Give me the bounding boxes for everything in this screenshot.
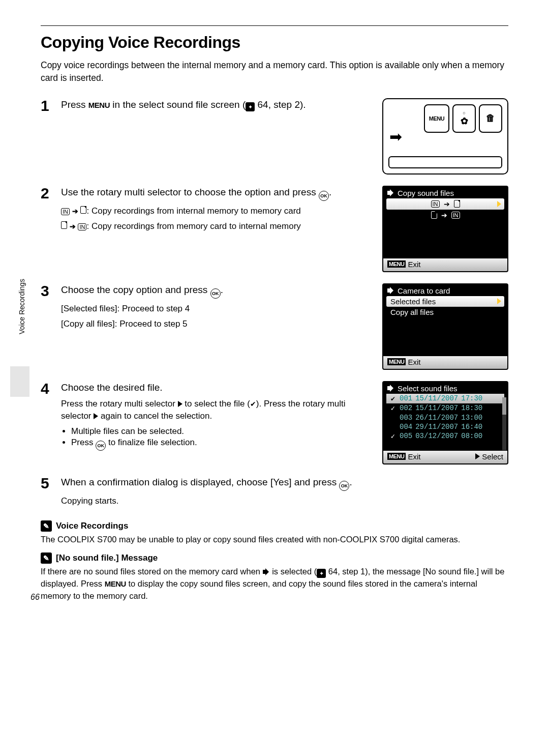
section-side-label: Voice Recordings (18, 279, 26, 334)
step-3-text: Choose the copy option and press OK. (61, 283, 376, 299)
speaker-icon (387, 287, 394, 294)
step-2-text: Use the rotary multi selector to choose … (61, 186, 376, 201)
step-2-sub: IN ➔ : Copy recordings from internal mem… (61, 205, 376, 232)
step-number-1: 1 (41, 98, 61, 113)
speaker-icon (387, 189, 394, 196)
step-4-bullets: Multiple files can be selected. Press OK… (61, 426, 376, 451)
menu-button-label: MENU (88, 101, 110, 109)
page-number: 66 (30, 593, 40, 602)
step-number-5: 5 (41, 476, 61, 491)
step-number-2: 2 (41, 186, 61, 201)
camera-macro-button: ○ (452, 104, 476, 133)
file-row: 00429/11/200716:40 (386, 422, 504, 431)
page-ref-icon: ✦ (317, 569, 326, 578)
arrow-icon: ➡ (389, 128, 402, 146)
speaker-icon (387, 385, 394, 392)
note-icon: ✎ (41, 520, 52, 532)
lcd-copy-sound-files: Copy sound files IN➔ ➔IN MENUExit (382, 186, 508, 272)
menu-chip-icon: MENU (387, 453, 406, 460)
step-4-text: Choose the desired file. (61, 381, 376, 394)
card-icon (61, 221, 67, 229)
page-title: Copying Voice Recordings (41, 33, 508, 52)
camera-menu-button: MENU (424, 104, 449, 133)
note-2-title: [No sound file.] Message (56, 553, 158, 563)
note-icon: ✎ (41, 553, 52, 564)
card-icon (80, 206, 86, 214)
intro-paragraph: Copy voice recordings between the intern… (41, 59, 508, 85)
page-ref-icon: ✦ (246, 102, 255, 111)
right-triangle-icon (94, 413, 98, 419)
lcd-option-card-to-in: ➔IN (386, 210, 504, 221)
step-5-sub: Copying starts. (61, 495, 502, 507)
note-2-body: If there are no sound files stored on th… (41, 566, 508, 602)
note-1-body: The COOLPIX S700 may be unable to play o… (41, 534, 508, 545)
speaker-icon (263, 568, 270, 575)
lcd-camera-to-card: Camera to card Selected files Copy all f… (382, 283, 508, 370)
ok-button-icon: OK (96, 441, 106, 451)
lcd-copy-all-files: Copy all files (386, 307, 504, 317)
right-triangle-icon (178, 401, 182, 407)
scrollbar (502, 397, 506, 450)
thumb-tab (10, 366, 29, 397)
step-3-sub: [Selected files]: Proceed to step 4 [Cop… (61, 303, 376, 330)
camera-delete-button (479, 104, 502, 133)
step-5-text: When a confirmation dialog is displayed,… (61, 476, 502, 491)
lcd-option-in-to-card: IN➔ (386, 198, 504, 210)
step-number-3: 3 (41, 283, 61, 299)
menu-chip-icon: MENU (387, 260, 406, 268)
ok-button-icon: OK (319, 191, 329, 201)
file-row: ✓00215/11/200718:30 (386, 403, 504, 413)
lcd-selected-files: Selected files (386, 296, 504, 307)
note-1-title: Voice Recordings (56, 521, 128, 531)
check-icon (250, 399, 256, 409)
ok-button-icon: OK (210, 288, 221, 299)
step-number-4: 4 (41, 381, 61, 396)
file-row: ✔00115/11/200717:30 (386, 394, 504, 403)
right-triangle-icon (475, 453, 480, 459)
step-4-sub: Press the rotary multi selector to selec… (61, 398, 376, 422)
ok-button-icon: OK (339, 481, 349, 491)
internal-memory-icon: IN (61, 208, 70, 215)
menu-chip-icon: MENU (387, 358, 406, 365)
lcd-select-sound-files: Select sound files ✔00115/11/200717:30✓0… (382, 381, 508, 464)
internal-memory-icon: IN (78, 223, 86, 230)
file-row: 00326/11/200713:00 (386, 413, 504, 422)
camera-illustration: ➡ MENU ○ (382, 98, 508, 175)
file-row: ✓00503/12/200708:00 (386, 431, 504, 441)
menu-button-label: MENU (105, 579, 126, 588)
step-1-text: Press MENU in the select sound file scre… (61, 98, 376, 111)
